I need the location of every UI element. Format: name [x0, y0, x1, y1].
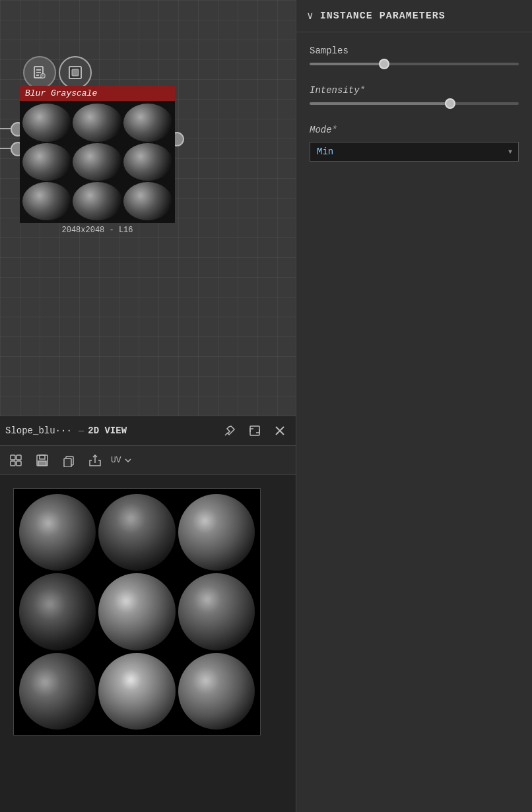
view-panel: Slope_blu··· — 2D VIEW — [0, 416, 296, 812]
preview-sphere-cell — [178, 494, 255, 571]
close-button[interactable] — [269, 420, 290, 441]
node-container: Blur Grayscale 2048x2 — [20, 86, 175, 235]
intensity-label-text: Intensity — [310, 85, 360, 96]
samples-slider[interactable] — [310, 63, 519, 65]
node-icon-buttons — [23, 56, 92, 89]
node-box: Blur Grayscale — [20, 86, 175, 223]
preview-sphere-cell — [19, 494, 96, 571]
preview-sphere-cell — [98, 494, 175, 571]
view-toolbar: Slope_blu··· — 2D VIEW — [0, 416, 296, 446]
svg-rect-9 — [72, 69, 79, 76]
view-title: Slope_blu··· — [5, 425, 72, 436]
right-panel: ∨ INSTANCE PARAMETERS Samples Intensity*… — [296, 0, 532, 812]
sphere-cell — [123, 182, 172, 220]
preview-sphere-cell — [19, 653, 96, 730]
expand-button[interactable] — [244, 420, 265, 441]
svg-rect-23 — [64, 458, 71, 467]
node-preview — [20, 101, 175, 223]
mode-label: Mode* — [310, 125, 519, 135]
svg-line-10 — [225, 433, 228, 435]
preview-sphere-cell — [178, 573, 255, 650]
node-icon-view-button[interactable] — [59, 56, 92, 89]
svg-rect-14 — [11, 455, 15, 460]
sphere-cell — [22, 182, 71, 220]
copy-button[interactable] — [58, 450, 79, 471]
share-button[interactable] — [84, 450, 106, 471]
view-sub-toolbar: UV — [0, 446, 296, 475]
node-label: 2048x2048 - L16 — [20, 226, 175, 235]
params-header: ∨ INSTANCE PARAMETERS — [296, 0, 532, 32]
sphere-cell — [123, 143, 172, 181]
sphere-cell — [22, 104, 71, 142]
mode-param-group: Mode* Min Max Average Multiply — [310, 125, 519, 162]
preview-sphere-cell — [98, 653, 175, 730]
svg-rect-15 — [17, 455, 21, 460]
view-mode-label: 2D VIEW — [88, 425, 127, 436]
chevron-icon[interactable]: ∨ — [307, 9, 314, 22]
uv-dropdown[interactable]: UV — [111, 455, 132, 465]
svg-rect-17 — [17, 461, 21, 466]
node-title: Blur Grayscale — [25, 88, 97, 98]
sub-toolbar-icon-button[interactable] — [5, 450, 26, 471]
params-body: Samples Intensity* Mode* Min Max Average… — [296, 32, 532, 175]
svg-rect-19 — [40, 455, 45, 459]
save-button[interactable] — [32, 450, 53, 471]
node-header: Blur Grayscale — [20, 86, 175, 101]
node-icon-doc-button[interactable] — [23, 56, 56, 89]
preview-sphere-grid — [14, 489, 260, 735]
sphere-cell — [73, 143, 121, 181]
samples-label: Samples — [310, 46, 519, 56]
intensity-param-group: Intensity* — [310, 85, 519, 105]
preview-image — [13, 488, 261, 735]
mode-select-wrapper: Min Max Average Multiply — [310, 142, 519, 162]
node-graph: Blur Grayscale 2048x2 — [0, 0, 296, 416]
svg-rect-16 — [11, 461, 15, 466]
sphere-cell — [123, 104, 172, 142]
sphere-cell — [73, 104, 121, 142]
sphere-cell — [73, 182, 121, 220]
params-title: INSTANCE PARAMETERS — [320, 11, 446, 22]
view-separator: — — [79, 425, 84, 436]
intensity-required: * — [360, 85, 365, 96]
svg-rect-20 — [38, 461, 46, 466]
left-panel: Blur Grayscale 2048x2 — [0, 0, 296, 812]
preview-sphere-cell — [178, 653, 255, 730]
svg-rect-11 — [250, 426, 259, 435]
preview-sphere-cell — [98, 573, 175, 650]
sphere-cell — [22, 143, 71, 181]
uv-label: UV — [111, 455, 121, 465]
mode-dropdown[interactable]: Min Max Average Multiply — [310, 142, 519, 162]
samples-param-group: Samples — [310, 46, 519, 65]
intensity-slider[interactable] — [310, 102, 519, 105]
node-preview-sphere-grid — [20, 101, 175, 223]
intensity-label: Intensity* — [310, 85, 519, 96]
pin-button[interactable] — [219, 420, 240, 441]
view-content — [0, 475, 296, 812]
mode-required: * — [332, 125, 337, 135]
preview-sphere-cell — [19, 573, 96, 650]
mode-label-text: Mode — [310, 125, 332, 135]
